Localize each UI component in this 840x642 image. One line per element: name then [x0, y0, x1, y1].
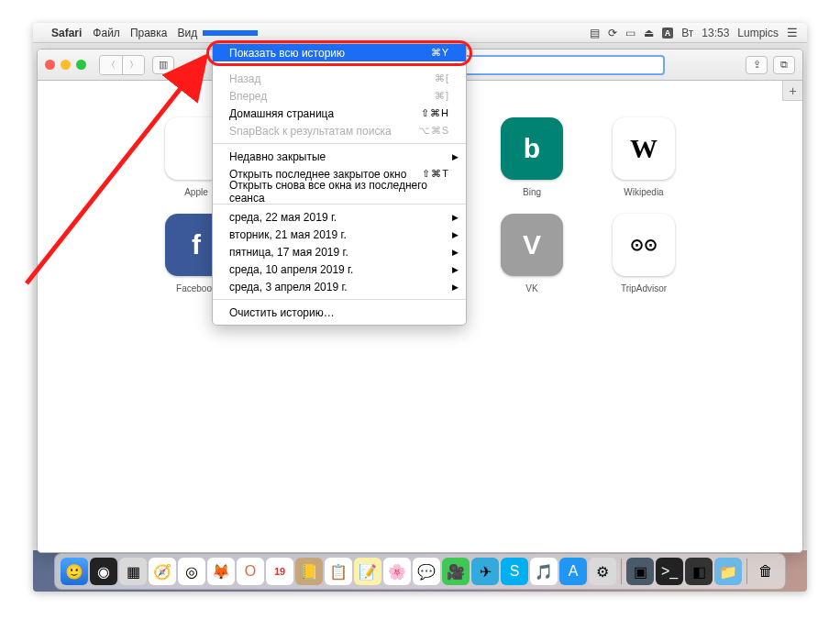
- favorite-label: TripAdvisor: [598, 283, 690, 293]
- history-menu-dropdown: Показать всю историю ⌘Y Назад ⌘[ Вперед …: [212, 43, 467, 326]
- menu-item-label: среда, 22 мая 2019 г.: [229, 211, 337, 224]
- menu-history-date[interactable]: среда, 10 апреля 2019 г.▶: [213, 260, 466, 278]
- new-tab-button[interactable]: +: [782, 81, 802, 101]
- submenu-arrow-icon: ▶: [452, 282, 459, 292]
- dock-launchpad-icon[interactable]: ▦: [119, 558, 147, 585]
- back-button[interactable]: 〈: [100, 56, 122, 74]
- dock-folder-icon[interactable]: 📁: [714, 558, 742, 585]
- dock-telegram-icon[interactable]: ✈: [471, 558, 499, 585]
- menubar-day[interactable]: Вт: [681, 27, 693, 39]
- close-button[interactable]: [45, 60, 55, 70]
- dock-finder-icon[interactable]: 🙂: [61, 558, 88, 585]
- favorite-label: VK: [486, 283, 578, 293]
- favorite-tile: ⊙⊙: [613, 214, 675, 276]
- menu-item-shortcut: ⌘]: [435, 90, 449, 102]
- dock-contacts-icon[interactable]: 📒: [295, 558, 323, 585]
- menu-item-label: пятница, 17 мая 2019 г.: [229, 246, 348, 259]
- menubar-time[interactable]: 13:53: [702, 27, 729, 39]
- dock-opera-icon[interactable]: O: [237, 558, 264, 585]
- menu-item-label: Недавно закрытые: [229, 150, 326, 163]
- menu-history-date[interactable]: вторник, 21 мая 2019 г.▶: [213, 226, 466, 243]
- submenu-arrow-icon: ▶: [452, 248, 459, 257]
- menubar-right: ▤ ⟳ ▭ ⏏ А Вт 13:53 Lumpics ☰: [590, 26, 798, 39]
- favorite-vk[interactable]: V VK: [486, 214, 578, 293]
- dock-skype-icon[interactable]: S: [501, 558, 528, 585]
- dock-itunes-icon[interactable]: 🎵: [530, 558, 558, 585]
- menu-history-date[interactable]: среда, 3 апреля 2019 г.▶: [213, 278, 466, 295]
- dock-app-icon[interactable]: ◧: [685, 558, 713, 585]
- notification-center-icon[interactable]: ☰: [787, 26, 798, 39]
- dock-app-icon[interactable]: ▣: [626, 558, 654, 585]
- menu-back: Назад ⌘[: [213, 70, 466, 87]
- input-source[interactable]: А: [662, 28, 674, 39]
- menu-separator: [213, 143, 466, 144]
- menu-snapback: SnapBack к результатам поиска ⌥⌘S: [213, 122, 466, 139]
- dock-notes-icon[interactable]: 📝: [354, 558, 381, 585]
- dock-photos-icon[interactable]: 🌸: [383, 558, 411, 585]
- favorite-tile: V: [501, 214, 563, 276]
- dock-facetime-icon[interactable]: 🎥: [442, 558, 470, 585]
- menu-item-label: Показать всю историю: [229, 47, 345, 60]
- share-button[interactable]: ⇪: [746, 56, 768, 74]
- menu-history-active[interactable]: [203, 30, 258, 36]
- dock-trash-icon[interactable]: 🗑: [752, 558, 779, 585]
- menu-clear-history[interactable]: Очистить историю…: [213, 304, 466, 321]
- menu-item-label: Открыть снова все окна из последнего сеа…: [229, 179, 449, 205]
- menu-item-shortcut: ⌘Y: [431, 47, 449, 59]
- macos-screenshot: Safari Файл Правка Вид ▤ ⟳ ▭ ⏏ А Вт 13:5…: [33, 23, 807, 592]
- favorite-label: Wikipedia: [598, 187, 690, 197]
- eject-icon[interactable]: ⏏: [644, 27, 654, 39]
- menu-file[interactable]: Файл: [93, 27, 120, 39]
- favorite-tripadvisor[interactable]: ⊙⊙ TripAdvisor: [598, 214, 690, 293]
- dock-firefox-icon[interactable]: 🦊: [207, 558, 235, 585]
- favorite-label: Bing: [486, 187, 578, 197]
- dock-chrome-icon[interactable]: ◎: [178, 558, 205, 585]
- app-name[interactable]: Safari: [51, 27, 82, 39]
- favorite-bing[interactable]: b Bing: [486, 117, 578, 197]
- forward-button[interactable]: 〉: [122, 56, 144, 74]
- dock-safari-icon[interactable]: 🧭: [149, 558, 176, 585]
- menu-edit[interactable]: Правка: [130, 27, 168, 39]
- dock-siri-icon[interactable]: ◉: [90, 558, 117, 585]
- dock-separator: [621, 559, 622, 584]
- menu-forward: Вперед ⌘]: [213, 87, 466, 105]
- menu-separator: [213, 299, 466, 300]
- menubar-user[interactable]: Lumpics: [737, 27, 779, 39]
- menu-item-shortcut: ⌥⌘S: [418, 125, 449, 137]
- tabs-button[interactable]: ⧉: [773, 56, 795, 74]
- menu-item-label: Назад: [229, 72, 260, 85]
- dock-reminders-icon[interactable]: 📋: [325, 558, 352, 585]
- favorite-wikipedia[interactable]: W Wikipedia: [598, 117, 690, 197]
- dock-appstore-icon[interactable]: A: [559, 558, 587, 585]
- favorite-tile: W: [613, 117, 675, 180]
- menu-recently-closed[interactable]: Недавно закрытые ▶: [213, 148, 466, 165]
- menu-home[interactable]: Домашняя страница ⇧⌘H: [213, 105, 466, 122]
- menu-item-shortcut: ⌘[: [435, 72, 449, 84]
- dock-preferences-icon[interactable]: ⚙: [589, 558, 616, 585]
- menu-item-label: Вперед: [229, 90, 267, 103]
- disk-icon[interactable]: ▤: [590, 27, 600, 39]
- menu-item-shortcut: ⇧⌘H: [421, 107, 449, 119]
- maximize-button[interactable]: [76, 60, 86, 70]
- menu-history-date[interactable]: среда, 22 мая 2019 г.▶: [213, 208, 466, 226]
- macos-menubar: Safari Файл Правка Вид ▤ ⟳ ▭ ⏏ А Вт 13:5…: [33, 23, 807, 43]
- sidebar-button[interactable]: ▥: [152, 56, 174, 74]
- dock-calendar-icon[interactable]: 19: [266, 558, 293, 585]
- nav-buttons: 〈 〉: [99, 55, 145, 75]
- menu-view[interactable]: Вид: [177, 27, 197, 39]
- minimize-button[interactable]: [61, 60, 71, 70]
- window-controls: [45, 60, 86, 70]
- dock-terminal-icon[interactable]: >_: [656, 558, 683, 585]
- menu-item-label: вторник, 21 мая 2019 г.: [229, 228, 347, 241]
- submenu-arrow-icon: ▶: [452, 230, 459, 239]
- favorite-tile: b: [501, 117, 563, 180]
- display-icon[interactable]: ▭: [625, 27, 636, 39]
- menu-reopen-all-windows[interactable]: Открыть снова все окна из последнего сеа…: [213, 183, 466, 200]
- submenu-arrow-icon: ▶: [452, 213, 459, 222]
- timemachine-icon[interactable]: ⟳: [608, 27, 617, 39]
- dock-messages-icon[interactable]: 💬: [413, 558, 440, 585]
- menu-item-label: среда, 3 апреля 2019 г.: [229, 281, 348, 293]
- menu-show-all-history[interactable]: Показать всю историю ⌘Y: [213, 44, 466, 61]
- menu-history-date[interactable]: пятница, 17 мая 2019 г.▶: [213, 243, 466, 260]
- dock-separator: [746, 559, 747, 584]
